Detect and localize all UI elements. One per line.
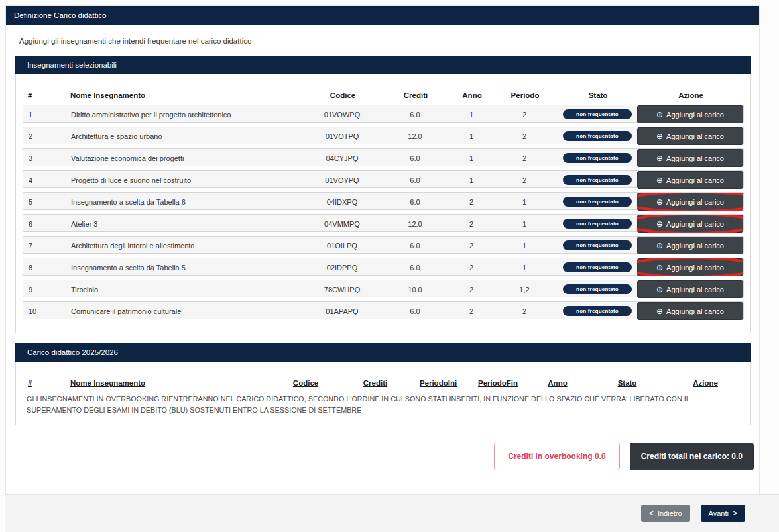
action-cell: ⊕ Aggiungi al carico xyxy=(637,215,743,233)
status-badge: non frequentato xyxy=(563,306,632,316)
course-credits: 6.0 xyxy=(379,111,451,119)
add-to-load-button[interactable]: ⊕ Aggiungi al carico xyxy=(637,258,743,276)
course-year: 1 xyxy=(451,111,491,119)
add-to-load-button[interactable]: ⊕ Aggiungi al carico xyxy=(637,215,743,233)
course-year: 2 xyxy=(451,242,491,250)
add-to-load-button[interactable]: ⊕ Aggiungi al carico xyxy=(637,280,743,298)
table-row: 8 Insegnamento a scelta da Tabella 5 02I… xyxy=(23,258,744,276)
column-header-code[interactable]: Codice xyxy=(306,91,379,99)
course-credits: 6.0 xyxy=(379,264,451,272)
course-credits: 6.0 xyxy=(379,198,451,206)
add-to-load-button[interactable]: ⊕ Aggiungi al carico xyxy=(637,105,743,123)
row-number: 3 xyxy=(23,154,71,162)
status-cell: non frequentato xyxy=(558,131,637,141)
status-cell: non frequentato xyxy=(558,284,637,294)
add-to-load-button[interactable]: ⊕ Aggiungi al carico xyxy=(637,171,743,189)
column-header-period[interactable]: Periodo xyxy=(492,91,558,99)
row-number: 7 xyxy=(23,242,71,250)
column-header-period-fin[interactable]: PeriodoFin xyxy=(468,379,528,387)
column-header-credits[interactable]: Crediti xyxy=(342,379,408,387)
add-to-load-label: Aggiungi al carico xyxy=(666,133,724,140)
row-number: 6 xyxy=(23,220,71,228)
course-year: 1 xyxy=(451,154,491,162)
column-header-action[interactable]: Azione xyxy=(667,379,744,387)
plus-circle-icon: ⊕ xyxy=(656,111,663,119)
plus-circle-icon: ⊕ xyxy=(656,133,663,140)
course-code: 01VOWPQ xyxy=(306,111,379,119)
column-header-status[interactable]: Stato xyxy=(558,91,638,99)
table-row: 7 Architettura degli interni e allestime… xyxy=(23,236,744,254)
action-cell: ⊕ Aggiungi al carico xyxy=(637,280,743,298)
selectable-panel-body: # Nome Insegnamento Codice Crediti Anno … xyxy=(15,74,751,333)
column-header-code[interactable]: Codice xyxy=(269,379,342,387)
chevron-right-icon: > xyxy=(733,509,737,517)
table-row: 6 Atelier 3 04VMMPQ 12.0 2 1 non frequen… xyxy=(23,214,744,232)
plus-circle-icon: ⊕ xyxy=(656,198,663,206)
status-cell: non frequentato xyxy=(558,153,637,163)
course-credits: 12.0 xyxy=(379,133,451,140)
course-name: Diritto amministrativo per il progetto a… xyxy=(71,111,306,119)
plus-circle-icon: ⊕ xyxy=(656,220,663,228)
add-to-load-label: Aggiungi al carico xyxy=(666,264,724,272)
status-cell: non frequentato xyxy=(558,240,637,250)
column-header-period-ini[interactable]: PeriodoIni xyxy=(408,379,468,387)
table-row: 1 Diritto amministrativo per il progetto… xyxy=(23,105,744,123)
course-year: 2 xyxy=(451,307,491,315)
column-header-year[interactable]: Anno xyxy=(452,91,492,99)
status-badge: non frequentato xyxy=(563,175,632,185)
course-year: 2 xyxy=(451,264,491,272)
back-button[interactable]: < Indietro xyxy=(641,505,690,522)
course-name: Tirocinio xyxy=(71,286,306,293)
row-number: 2 xyxy=(23,133,71,140)
total-credits-badge: Crediti totali nel carico: 0.0 xyxy=(630,443,754,470)
action-cell: ⊕ Aggiungi al carico xyxy=(637,105,743,123)
course-year: 2 xyxy=(451,198,491,206)
load-panel: Carico didattico 2025/2026 # Nome Insegn… xyxy=(15,343,751,425)
column-header-status[interactable]: Stato xyxy=(587,379,667,387)
load-panel-body: # Nome Insegnamento Codice Crediti Perio… xyxy=(15,362,751,425)
table-row: 10 Comunicare il patrimonio culturale 01… xyxy=(23,301,744,319)
course-credits: 6.0 xyxy=(379,307,451,315)
status-badge: non frequentato xyxy=(563,153,632,163)
course-credits: 12.0 xyxy=(379,220,451,228)
course-code: 01VOYPQ xyxy=(306,176,379,184)
course-credits: 10.0 xyxy=(379,286,451,293)
add-to-load-button[interactable]: ⊕ Aggiungi al carico xyxy=(637,127,743,145)
add-to-load-button[interactable]: ⊕ Aggiungi al carico xyxy=(637,149,743,167)
overbooking-credits-button[interactable]: Crediti in overbooking 0.0 xyxy=(494,443,619,470)
column-header-action[interactable]: Azione xyxy=(638,91,744,99)
course-name: Insegnamento a scelta da Tabella 6 xyxy=(71,198,306,206)
plus-circle-icon: ⊕ xyxy=(656,307,663,315)
column-header-name[interactable]: Nome Insegnamento xyxy=(70,379,269,387)
add-to-load-button[interactable]: ⊕ Aggiungi al carico xyxy=(637,237,743,254)
status-cell: non frequentato xyxy=(558,219,637,229)
table-row: 3 Valutazione economica dei progetti 04C… xyxy=(23,148,744,166)
course-period: 2 xyxy=(491,133,558,140)
course-year: 2 xyxy=(451,286,491,293)
status-cell: non frequentato xyxy=(558,175,637,185)
course-name: Valutazione economica dei progetti xyxy=(71,154,306,162)
course-name: Progetto di luce e suono nel costruito xyxy=(71,176,306,184)
column-header-year[interactable]: Anno xyxy=(528,379,587,387)
overbooking-notice: GLI INSEGNAMENTI IN OVERBOOKING RIENTRER… xyxy=(27,394,744,415)
page-title: Definizione Carico didattico xyxy=(6,6,759,25)
action-cell: ⊕ Aggiungi al carico xyxy=(637,302,743,320)
course-credits: 6.0 xyxy=(379,242,451,250)
next-button[interactable]: Avanti > xyxy=(701,505,745,522)
add-to-load-label: Aggiungi al carico xyxy=(666,154,724,162)
course-period: 2 xyxy=(491,176,558,184)
add-to-load-button[interactable]: ⊕ Aggiungi al carico xyxy=(637,193,743,211)
column-header-num[interactable]: # xyxy=(23,91,70,99)
column-header-credits[interactable]: Crediti xyxy=(379,91,452,99)
plus-circle-icon: ⊕ xyxy=(656,242,663,250)
action-cell: ⊕ Aggiungi al carico xyxy=(637,149,743,167)
action-cell: ⊕ Aggiungi al carico xyxy=(637,237,743,254)
course-name: Comunicare il patrimonio culturale xyxy=(71,307,306,315)
course-code: 04IDXPQ xyxy=(306,198,379,206)
add-to-load-label: Aggiungi al carico xyxy=(666,220,724,228)
column-header-name[interactable]: Nome Insegnamento xyxy=(70,91,306,99)
column-header-num[interactable]: # xyxy=(23,379,70,387)
course-year: 2 xyxy=(451,220,491,228)
add-to-load-button[interactable]: ⊕ Aggiungi al carico xyxy=(637,302,743,320)
load-table-header: # Nome Insegnamento Codice Crediti Perio… xyxy=(23,379,744,387)
